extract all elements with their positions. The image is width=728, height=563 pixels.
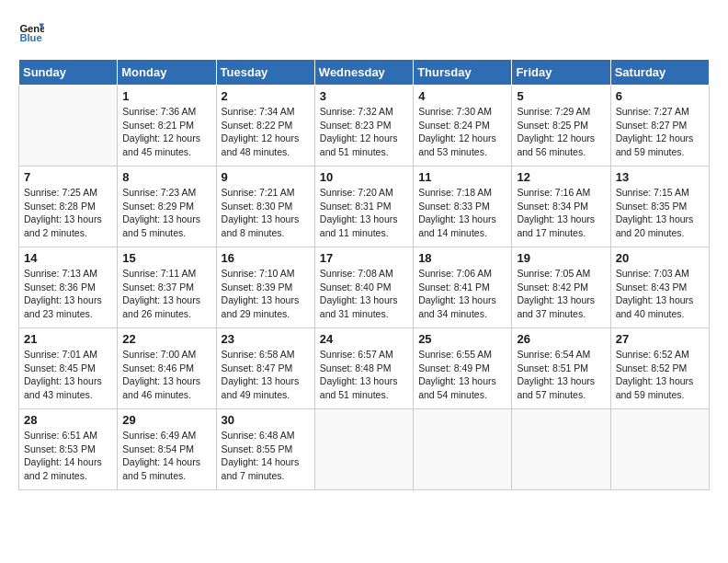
day-info: Sunrise: 7:23 AMSunset: 8:29 PMDaylight:… <box>122 186 210 240</box>
col-header-wednesday: Wednesday <box>314 60 413 86</box>
day-number: 21 <box>24 332 112 346</box>
day-info: Sunrise: 7:20 AMSunset: 8:31 PMDaylight:… <box>320 186 408 240</box>
day-number: 14 <box>24 251 112 265</box>
day-number: 15 <box>122 251 210 265</box>
day-number: 28 <box>24 413 112 427</box>
calendar-cell: 4Sunrise: 7:30 AMSunset: 8:24 PMDaylight… <box>414 86 512 167</box>
day-info: Sunrise: 7:08 AMSunset: 8:40 PMDaylight:… <box>320 267 408 321</box>
day-info: Sunrise: 6:52 AMSunset: 8:52 PMDaylight:… <box>616 348 704 402</box>
calendar-cell: 6Sunrise: 7:27 AMSunset: 8:27 PMDaylight… <box>610 86 709 167</box>
calendar-cell: 7Sunrise: 7:25 AMSunset: 8:28 PMDaylight… <box>19 167 118 247</box>
calendar-week-row: 21Sunrise: 7:01 AMSunset: 8:45 PMDayligh… <box>19 328 710 409</box>
logo-icon: General Blue <box>18 18 44 44</box>
col-header-friday: Friday <box>512 60 610 86</box>
calendar-cell: 9Sunrise: 7:21 AMSunset: 8:30 PMDaylight… <box>216 167 314 247</box>
day-info: Sunrise: 6:55 AMSunset: 8:49 PMDaylight:… <box>418 348 506 402</box>
calendar-cell: 3Sunrise: 7:32 AMSunset: 8:23 PMDaylight… <box>314 86 413 167</box>
calendar-cell <box>19 86 118 167</box>
day-info: Sunrise: 7:16 AMSunset: 8:34 PMDaylight:… <box>517 186 605 240</box>
day-number: 8 <box>122 170 210 184</box>
calendar-cell: 16Sunrise: 7:10 AMSunset: 8:39 PMDayligh… <box>216 247 314 328</box>
day-info: Sunrise: 7:00 AMSunset: 8:46 PMDaylight:… <box>122 348 210 402</box>
calendar-cell: 25Sunrise: 6:55 AMSunset: 8:49 PMDayligh… <box>414 328 512 409</box>
calendar-cell: 2Sunrise: 7:34 AMSunset: 8:22 PMDaylight… <box>216 86 314 167</box>
svg-text:Blue: Blue <box>19 32 41 43</box>
calendar-cell: 12Sunrise: 7:16 AMSunset: 8:34 PMDayligh… <box>512 167 610 247</box>
day-info: Sunrise: 7:27 AMSunset: 8:27 PMDaylight:… <box>616 105 704 159</box>
logo: General Blue <box>18 18 48 44</box>
calendar-cell: 11Sunrise: 7:18 AMSunset: 8:33 PMDayligh… <box>414 167 512 247</box>
calendar-cell: 29Sunrise: 6:49 AMSunset: 8:54 PMDayligh… <box>118 409 216 490</box>
col-header-sunday: Sunday <box>19 60 118 86</box>
day-number: 17 <box>320 251 408 265</box>
calendar-week-row: 1Sunrise: 7:36 AMSunset: 8:21 PMDaylight… <box>19 86 710 167</box>
calendar-cell: 21Sunrise: 7:01 AMSunset: 8:45 PMDayligh… <box>19 328 118 409</box>
day-info: Sunrise: 7:25 AMSunset: 8:28 PMDaylight:… <box>24 186 112 240</box>
calendar-cell: 5Sunrise: 7:29 AMSunset: 8:25 PMDaylight… <box>512 86 610 167</box>
day-number: 19 <box>517 251 605 265</box>
day-info: Sunrise: 6:48 AMSunset: 8:55 PMDaylight:… <box>222 429 310 483</box>
day-info: Sunrise: 6:54 AMSunset: 8:51 PMDaylight:… <box>517 348 605 402</box>
calendar-cell: 10Sunrise: 7:20 AMSunset: 8:31 PMDayligh… <box>314 167 413 247</box>
day-number: 22 <box>122 332 210 346</box>
day-info: Sunrise: 7:18 AMSunset: 8:33 PMDaylight:… <box>418 186 506 240</box>
calendar-cell: 22Sunrise: 7:00 AMSunset: 8:46 PMDayligh… <box>118 328 216 409</box>
calendar-cell: 19Sunrise: 7:05 AMSunset: 8:42 PMDayligh… <box>512 247 610 328</box>
day-number: 9 <box>222 170 310 184</box>
calendar-cell <box>414 409 512 490</box>
calendar-header-row: SundayMondayTuesdayWednesdayThursdayFrid… <box>19 60 710 86</box>
day-info: Sunrise: 7:21 AMSunset: 8:30 PMDaylight:… <box>222 186 310 240</box>
col-header-thursday: Thursday <box>414 60 512 86</box>
day-info: Sunrise: 6:58 AMSunset: 8:47 PMDaylight:… <box>222 348 310 402</box>
calendar-cell <box>314 409 413 490</box>
calendar-cell: 27Sunrise: 6:52 AMSunset: 8:52 PMDayligh… <box>610 328 709 409</box>
day-number: 6 <box>616 89 704 103</box>
page-header: General Blue <box>18 18 710 44</box>
calendar-table: SundayMondayTuesdayWednesdayThursdayFrid… <box>18 59 710 490</box>
day-info: Sunrise: 6:57 AMSunset: 8:48 PMDaylight:… <box>320 348 408 402</box>
day-number: 4 <box>418 89 506 103</box>
calendar-cell: 20Sunrise: 7:03 AMSunset: 8:43 PMDayligh… <box>610 247 709 328</box>
day-info: Sunrise: 7:01 AMSunset: 8:45 PMDaylight:… <box>24 348 112 402</box>
calendar-cell: 28Sunrise: 6:51 AMSunset: 8:53 PMDayligh… <box>19 409 118 490</box>
calendar-week-row: 14Sunrise: 7:13 AMSunset: 8:36 PMDayligh… <box>19 247 710 328</box>
day-number: 12 <box>517 170 605 184</box>
calendar-cell: 13Sunrise: 7:15 AMSunset: 8:35 PMDayligh… <box>610 167 709 247</box>
calendar-cell: 1Sunrise: 7:36 AMSunset: 8:21 PMDaylight… <box>118 86 216 167</box>
calendar-cell: 24Sunrise: 6:57 AMSunset: 8:48 PMDayligh… <box>314 328 413 409</box>
day-number: 20 <box>616 251 704 265</box>
calendar-cell: 8Sunrise: 7:23 AMSunset: 8:29 PMDaylight… <box>118 167 216 247</box>
col-header-monday: Monday <box>118 60 216 86</box>
calendar-cell: 30Sunrise: 6:48 AMSunset: 8:55 PMDayligh… <box>216 409 314 490</box>
day-info: Sunrise: 7:11 AMSunset: 8:37 PMDaylight:… <box>122 267 210 321</box>
calendar-cell: 23Sunrise: 6:58 AMSunset: 8:47 PMDayligh… <box>216 328 314 409</box>
day-number: 7 <box>24 170 112 184</box>
calendar-cell <box>610 409 709 490</box>
day-info: Sunrise: 7:10 AMSunset: 8:39 PMDaylight:… <box>222 267 310 321</box>
day-number: 13 <box>616 170 704 184</box>
day-number: 16 <box>222 251 310 265</box>
calendar-cell: 18Sunrise: 7:06 AMSunset: 8:41 PMDayligh… <box>414 247 512 328</box>
day-info: Sunrise: 7:06 AMSunset: 8:41 PMDaylight:… <box>418 267 506 321</box>
day-number: 29 <box>122 413 210 427</box>
calendar-cell: 26Sunrise: 6:54 AMSunset: 8:51 PMDayligh… <box>512 328 610 409</box>
col-header-saturday: Saturday <box>610 60 709 86</box>
day-info: Sunrise: 7:15 AMSunset: 8:35 PMDaylight:… <box>616 186 704 240</box>
day-info: Sunrise: 7:34 AMSunset: 8:22 PMDaylight:… <box>222 105 310 159</box>
day-number: 26 <box>517 332 605 346</box>
day-info: Sunrise: 6:51 AMSunset: 8:53 PMDaylight:… <box>24 429 112 483</box>
day-info: Sunrise: 7:03 AMSunset: 8:43 PMDaylight:… <box>616 267 704 321</box>
calendar-cell: 14Sunrise: 7:13 AMSunset: 8:36 PMDayligh… <box>19 247 118 328</box>
day-number: 5 <box>517 89 605 103</box>
day-number: 1 <box>122 89 210 103</box>
day-number: 25 <box>418 332 506 346</box>
day-info: Sunrise: 7:29 AMSunset: 8:25 PMDaylight:… <box>517 105 605 159</box>
day-number: 11 <box>418 170 506 184</box>
day-number: 18 <box>418 251 506 265</box>
day-number: 3 <box>320 89 408 103</box>
day-number: 30 <box>222 413 310 427</box>
day-info: Sunrise: 7:36 AMSunset: 8:21 PMDaylight:… <box>122 105 210 159</box>
calendar-cell <box>512 409 610 490</box>
day-info: Sunrise: 7:05 AMSunset: 8:42 PMDaylight:… <box>517 267 605 321</box>
day-number: 23 <box>222 332 310 346</box>
